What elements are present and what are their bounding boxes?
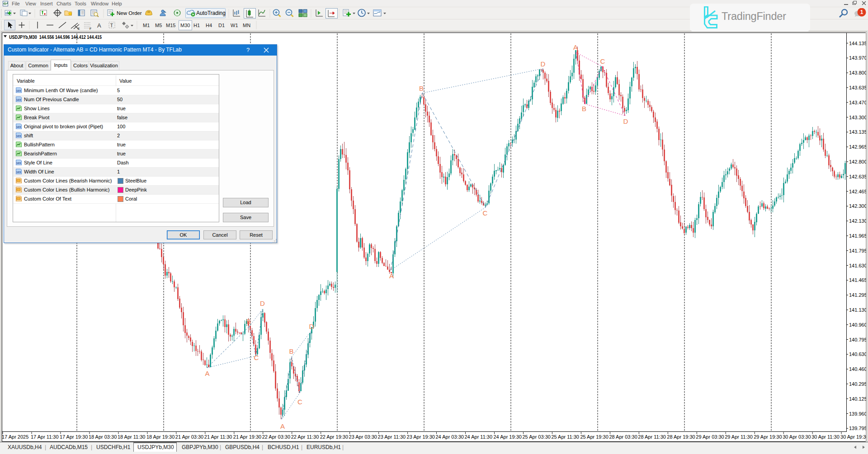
svg-text:18 Apr 03:30: 18 Apr 03:30 bbox=[89, 434, 117, 440]
svg-text:D: D bbox=[260, 300, 265, 307]
svg-text:141.630: 141.630 bbox=[849, 263, 866, 268]
svg-text:142.635: 142.635 bbox=[849, 174, 866, 179]
svg-text:USDJPYb,M30 144.556 144.596 1: USDJPYb,M30 144.556 144.596 144.412 144.… bbox=[9, 34, 102, 40]
svg-text:142.965: 142.965 bbox=[849, 144, 866, 150]
svg-text:C: C bbox=[600, 57, 605, 65]
svg-text:M15: M15 bbox=[166, 23, 175, 28]
svg-text:141.795: 141.795 bbox=[849, 248, 866, 253]
svg-text:A: A bbox=[205, 370, 209, 377]
svg-text:D: D bbox=[309, 323, 314, 330]
svg-text:23 Apr 03:30: 23 Apr 03:30 bbox=[349, 434, 377, 440]
svg-text:28 Apr 11:30: 28 Apr 11:30 bbox=[638, 434, 666, 440]
svg-text:22 Apr 11:30: 22 Apr 11:30 bbox=[291, 434, 319, 440]
svg-text:W1: W1 bbox=[231, 23, 238, 28]
svg-text:123: 123 bbox=[16, 89, 21, 92]
svg-text:D1: D1 bbox=[218, 23, 225, 28]
svg-text:B: B bbox=[289, 347, 293, 355]
svg-text:29 Apr 11:30: 29 Apr 11:30 bbox=[725, 434, 753, 440]
svg-text:H1: H1 bbox=[193, 23, 200, 28]
svg-text:24 Apr 19:30: 24 Apr 19:30 bbox=[494, 434, 522, 440]
svg-text:143.970: 143.970 bbox=[849, 55, 866, 61]
svg-text:123: 123 bbox=[16, 125, 21, 128]
svg-text:140.630: 140.630 bbox=[849, 351, 866, 357]
svg-text:30 Apr 11:30: 30 Apr 11:30 bbox=[811, 434, 840, 440]
svg-text:C: C bbox=[254, 354, 259, 361]
svg-text:21 Apr 03:30: 21 Apr 03:30 bbox=[175, 434, 203, 440]
svg-text:142.130: 142.130 bbox=[849, 218, 866, 224]
svg-text:17 Apr 11:30: 17 Apr 11:30 bbox=[31, 434, 59, 440]
svg-text:C: C bbox=[297, 398, 302, 406]
svg-text:17 Apr 19:30: 17 Apr 19:30 bbox=[60, 434, 88, 440]
svg-text:143.300: 143.300 bbox=[849, 115, 866, 120]
svg-text:140.795: 140.795 bbox=[849, 337, 866, 342]
svg-text:B: B bbox=[419, 84, 424, 92]
svg-text:140.960: 140.960 bbox=[849, 322, 866, 328]
svg-text:21 Apr 19:30: 21 Apr 19:30 bbox=[233, 434, 261, 440]
svg-text:140.460: 140.460 bbox=[849, 366, 866, 372]
svg-text:New Order: New Order bbox=[117, 10, 142, 16]
svg-text:18 Apr 19:30: 18 Apr 19:30 bbox=[146, 434, 175, 440]
svg-text:AutoTrading: AutoTrading bbox=[196, 10, 226, 16]
svg-text:29 Apr 19:30: 29 Apr 19:30 bbox=[754, 434, 782, 440]
svg-text:29 Apr 03:30: 29 Apr 03:30 bbox=[696, 434, 724, 440]
svg-text:142.800: 142.800 bbox=[849, 159, 866, 164]
svg-text:C: C bbox=[483, 209, 488, 217]
svg-text:A: A bbox=[280, 422, 285, 430]
svg-text:141.295: 141.295 bbox=[849, 292, 866, 298]
svg-text:30 Apr 19:30: 30 Apr 19:30 bbox=[840, 434, 866, 440]
svg-text:139.960: 139.960 bbox=[849, 411, 866, 417]
svg-text:T: T bbox=[110, 23, 113, 28]
svg-text:25 Apr 03:30: 25 Apr 03:30 bbox=[523, 434, 551, 440]
svg-text:123: 123 bbox=[16, 134, 21, 137]
svg-text:123: 123 bbox=[16, 161, 21, 164]
svg-text:141.130: 141.130 bbox=[849, 307, 866, 313]
svg-text:A: A bbox=[97, 22, 101, 29]
svg-text:143.135: 143.135 bbox=[849, 129, 866, 135]
svg-text:141.465: 141.465 bbox=[849, 277, 866, 283]
svg-text:123: 123 bbox=[16, 170, 21, 173]
svg-text:24 Apr 03:30: 24 Apr 03:30 bbox=[436, 434, 464, 440]
svg-text:E: E bbox=[78, 27, 80, 30]
svg-text:143.800: 143.800 bbox=[849, 70, 866, 75]
svg-text:A: A bbox=[389, 272, 394, 280]
svg-text:25 Apr 19:30: 25 Apr 19:30 bbox=[580, 434, 608, 440]
svg-text:M1: M1 bbox=[143, 23, 150, 28]
svg-text:M5: M5 bbox=[155, 23, 162, 28]
svg-text:M30: M30 bbox=[180, 23, 190, 28]
svg-text:D: D bbox=[541, 60, 546, 68]
svg-text:25 Apr 11:30: 25 Apr 11:30 bbox=[551, 434, 579, 440]
svg-text:MN: MN bbox=[243, 23, 250, 28]
svg-text:B: B bbox=[582, 105, 586, 112]
svg-text:143.635: 143.635 bbox=[849, 85, 866, 90]
svg-text:30 Apr 03:30: 30 Apr 03:30 bbox=[783, 434, 811, 440]
svg-text:144.135: 144.135 bbox=[849, 41, 866, 46]
svg-text:H4: H4 bbox=[206, 23, 212, 28]
svg-text:22 Apr 19:30: 22 Apr 19:30 bbox=[320, 434, 348, 440]
svg-text:F: F bbox=[90, 27, 91, 30]
svg-text:140.125: 140.125 bbox=[849, 396, 866, 402]
svg-text:141.965: 141.965 bbox=[849, 233, 866, 239]
svg-text:123: 123 bbox=[16, 98, 21, 101]
svg-text:28 Apr 19:30: 28 Apr 19:30 bbox=[667, 434, 695, 440]
svg-text:17 Apr 2025: 17 Apr 2025 bbox=[2, 434, 28, 440]
svg-text:142.465: 142.465 bbox=[849, 189, 866, 194]
svg-text:18 Apr 11:30: 18 Apr 11:30 bbox=[118, 434, 146, 440]
svg-text:23 Apr 19:30: 23 Apr 19:30 bbox=[407, 434, 435, 440]
svg-text:143.470: 143.470 bbox=[849, 100, 866, 105]
svg-text:A: A bbox=[573, 43, 578, 51]
svg-text:139.795: 139.795 bbox=[849, 426, 866, 431]
svg-text:21 Apr 11:30: 21 Apr 11:30 bbox=[204, 434, 232, 440]
svg-text:22 Apr 03:30: 22 Apr 03:30 bbox=[262, 434, 290, 440]
svg-text:142.300: 142.300 bbox=[849, 203, 866, 209]
svg-text:B: B bbox=[246, 318, 251, 325]
svg-text:D: D bbox=[623, 117, 628, 125]
svg-text:1: 1 bbox=[860, 9, 863, 15]
svg-text:24 Apr 11:30: 24 Apr 11:30 bbox=[465, 434, 493, 440]
svg-text:23 Apr 11:30: 23 Apr 11:30 bbox=[378, 434, 406, 440]
svg-text:140.295: 140.295 bbox=[849, 381, 866, 387]
svg-text:28 Apr 03:30: 28 Apr 03:30 bbox=[609, 434, 637, 440]
